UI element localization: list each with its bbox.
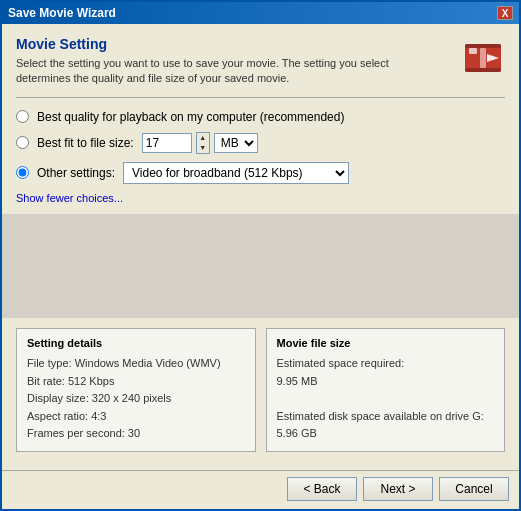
show-fewer-link[interactable]: Show fewer choices...: [16, 192, 505, 204]
save-movie-wizard-window: Save Movie Wizard X Movie Setting Select…: [0, 0, 521, 511]
next-button[interactable]: Next >: [363, 477, 433, 501]
section-description: Select the setting you want to use to sa…: [16, 56, 451, 87]
file-size-row: ▲ ▼ MB GB KB: [142, 132, 258, 154]
file-type-detail: File type: Windows Media Video (WMV): [27, 355, 245, 373]
close-button[interactable]: X: [497, 6, 513, 20]
options-area: Best quality for playback on my computer…: [16, 110, 505, 184]
other-settings-label: Other settings:: [37, 166, 115, 180]
setting-details-panel: Setting details File type: Windows Media…: [16, 328, 256, 452]
setting-details-title: Setting details: [27, 337, 245, 349]
bit-rate-detail: Bit rate: 512 Kbps: [27, 373, 245, 391]
section-title-block: Movie Setting Select the setting you wan…: [16, 36, 451, 87]
movie-file-size-title: Movie file size: [277, 337, 495, 349]
display-size-detail: Display size: 320 x 240 pixels: [27, 390, 245, 408]
estimated-space-value: 9.95 MB: [277, 373, 495, 391]
title-bar: Save Movie Wizard X: [2, 2, 519, 24]
best-fit-label: Best fit to file size:: [37, 136, 134, 150]
other-settings-radio[interactable]: [16, 166, 29, 179]
spinner-up[interactable]: ▲: [197, 133, 209, 143]
cancel-button[interactable]: Cancel: [439, 477, 509, 501]
middle-area: [2, 214, 519, 318]
back-button[interactable]: < Back: [287, 477, 357, 501]
info-panels: Setting details File type: Windows Media…: [16, 328, 505, 452]
frames-detail: Frames per second: 30: [27, 425, 245, 443]
svg-rect-4: [465, 44, 501, 48]
setting-details-content: File type: Windows Media Video (WMV) Bit…: [27, 355, 245, 443]
section-title: Movie Setting: [16, 36, 451, 52]
movie-file-size-panel: Movie file size Estimated space required…: [266, 328, 506, 452]
best-fit-row: Best fit to file size: ▲ ▼ MB GB KB: [16, 132, 505, 154]
svg-rect-1: [469, 48, 477, 54]
other-settings-row: Other settings: Video for broadband (512…: [16, 162, 505, 184]
best-quality-label: Best quality for playback on my computer…: [37, 110, 344, 124]
divider: [16, 97, 505, 98]
estimated-space-label: Estimated space required:: [277, 355, 495, 373]
best-fit-radio[interactable]: [16, 136, 29, 149]
wizard-icon: [461, 36, 505, 80]
estimated-disk-label: Estimated disk space available on drive …: [277, 408, 495, 426]
file-size-unit-select[interactable]: MB GB KB: [214, 133, 258, 153]
spinner-down[interactable]: ▼: [197, 143, 209, 153]
best-quality-row: Best quality for playback on my computer…: [16, 110, 505, 124]
estimated-disk-value: 5.96 GB: [277, 425, 495, 443]
button-bar: < Back Next > Cancel: [2, 470, 519, 509]
movie-file-size-content: Estimated space required: 9.95 MB Estima…: [277, 355, 495, 443]
section-header: Movie Setting Select the setting you wan…: [16, 36, 505, 87]
content-area: Movie Setting Select the setting you wan…: [2, 24, 519, 470]
svg-rect-2: [480, 48, 486, 68]
file-size-input[interactable]: [142, 133, 192, 153]
other-settings-select[interactable]: Video for broadband (512 Kbps) Video for…: [123, 162, 349, 184]
aspect-ratio-detail: Aspect ratio: 4:3: [27, 408, 245, 426]
best-quality-radio[interactable]: [16, 110, 29, 123]
window-title: Save Movie Wizard: [8, 6, 116, 20]
svg-rect-5: [465, 68, 501, 72]
file-size-spinner[interactable]: ▲ ▼: [196, 132, 210, 154]
